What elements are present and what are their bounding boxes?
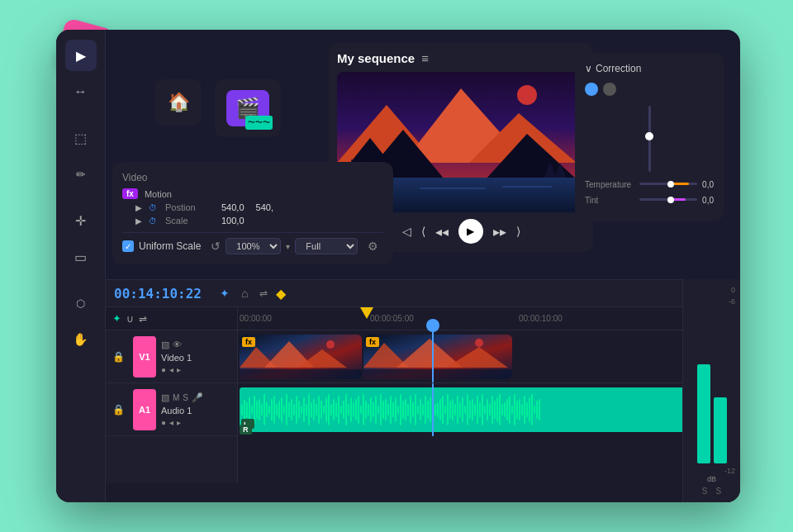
- svg-rect-92: [397, 406, 399, 414]
- vu-s-left: S: [702, 487, 708, 496]
- snap-icon[interactable]: ✦: [112, 312, 121, 325]
- v1-source-icon[interactable]: ▧: [161, 340, 169, 350]
- svg-rect-83: [375, 396, 377, 424]
- svg-rect-72: [348, 404, 349, 416]
- playhead-line-a1: [432, 383, 434, 436]
- sequence-menu-icon[interactable]: ≡: [421, 51, 429, 65]
- hand-tool[interactable]: ✋: [65, 324, 97, 355]
- a1-vol-icon[interactable]: ◂: [169, 418, 173, 427]
- quality-select[interactable]: Full Half Quarter: [295, 238, 358, 254]
- svg-rect-139: [514, 394, 515, 425]
- correction-dot-blue[interactable]: [585, 83, 598, 96]
- timeline-header: 00:14:10:22 ✦ ⌂ ⇌ ◆: [106, 280, 740, 307]
- svg-rect-146: [531, 394, 533, 425]
- a1-mic-icon[interactable]: 🎤: [192, 392, 203, 403]
- step-fwd-btn[interactable]: ▸▸: [493, 224, 506, 240]
- temperature-slider[interactable]: [639, 183, 697, 185]
- audio-clip-1[interactable]: fx fx: [240, 387, 709, 432]
- a1-expand-icon[interactable]: ▸: [177, 418, 181, 427]
- tint-slider[interactable]: [639, 198, 697, 201]
- svg-rect-52: [298, 401, 300, 419]
- clip1-fx-badge: fx: [242, 337, 255, 347]
- svg-rect-46: [283, 406, 285, 414]
- a1-m-icon[interactable]: M: [173, 393, 179, 402]
- razor-tool[interactable]: ↔: [65, 76, 97, 107]
- a1-color-strip: A1: [133, 389, 156, 430]
- correction-dot-gray[interactable]: [603, 83, 616, 96]
- svg-rect-85: [380, 394, 382, 425]
- svg-rect-82: [373, 402, 374, 417]
- timeline-area: 00:14:10:22 ✦ ⌂ ⇌ ◆ ✦ ∪ ⇌ 🔒 V1: [106, 279, 740, 502]
- svg-rect-61: [321, 401, 322, 419]
- svg-rect-55: [306, 404, 307, 416]
- marker-tool[interactable]: ◆: [276, 286, 286, 302]
- rewind-btn[interactable]: ⟨: [421, 225, 425, 238]
- svg-rect-35: [256, 401, 258, 419]
- reset-icon[interactable]: ↺: [211, 240, 221, 253]
- select-tool[interactable]: ▶: [65, 40, 97, 71]
- shape-tool[interactable]: ▭: [65, 241, 97, 273]
- svg-rect-33: [251, 406, 253, 414]
- vu-label-0: 0: [688, 286, 735, 294]
- svg-point-20: [326, 340, 335, 349]
- video-clip-2[interactable]: fx: [363, 335, 512, 379]
- svg-rect-71: [345, 394, 347, 425]
- svg-rect-115: [454, 404, 456, 416]
- svg-rect-29: [241, 404, 243, 416]
- svg-rect-138: [511, 406, 513, 414]
- svg-rect-44: [278, 401, 280, 419]
- video-clip-1[interactable]: fx: [240, 335, 362, 379]
- settings-icon[interactable]: ⚙: [368, 240, 378, 253]
- v1-mute-icon[interactable]: ●: [161, 365, 166, 374]
- v1-lock-icon[interactable]: 🔒: [112, 351, 125, 363]
- svg-rect-105: [430, 397, 431, 422]
- v1-eye-icon[interactable]: 👁: [173, 340, 182, 349]
- prev-frame-btn[interactable]: ◁: [402, 225, 411, 238]
- svg-rect-58: [313, 399, 315, 420]
- svg-rect-65: [330, 404, 332, 416]
- v1-vol-icon[interactable]: ◂: [169, 365, 173, 374]
- step-back-btn[interactable]: ◂◂: [435, 224, 449, 240]
- uniform-scale-row: ✓ Uniform Scale ↺ 100% 50% 75% 150% ▾ Fu…: [122, 232, 383, 254]
- waveform-badge: 〜〜〜: [245, 116, 273, 130]
- svg-rect-60: [318, 396, 320, 424]
- zoom-select[interactable]: 100% 50% 75% 150%: [226, 238, 281, 254]
- a1-mute-icon[interactable]: ●: [161, 418, 166, 427]
- fwd-btn[interactable]: ⟩: [516, 225, 520, 238]
- media-browser-icon[interactable]: 🎬 〜〜〜: [215, 79, 281, 137]
- svg-rect-67: [335, 402, 337, 417]
- svg-rect-95: [405, 399, 406, 420]
- timeline-tools: ✦ ⌂ ⇌ ◆: [216, 285, 286, 302]
- transform-tool[interactable]: ✛: [65, 205, 97, 236]
- svg-rect-45: [281, 397, 283, 422]
- svg-rect-38: [264, 394, 265, 425]
- correction-chevron[interactable]: ∨: [585, 63, 592, 74]
- ruler-mark-0: 00:00:00: [240, 314, 272, 323]
- pen-tool[interactable]: ✏: [65, 159, 97, 190]
- a1-lock-icon[interactable]: 🔒: [112, 404, 125, 416]
- home-button[interactable]: 🏠: [155, 79, 202, 126]
- a1-s-icon[interactable]: S: [183, 393, 188, 402]
- svg-point-1: [517, 85, 537, 105]
- a1-source-icon[interactable]: ▧: [161, 392, 169, 403]
- svg-rect-89: [390, 396, 392, 424]
- ripple-icon[interactable]: ⇌: [139, 313, 147, 325]
- marquee-tool[interactable]: ⬚: [65, 122, 97, 154]
- v1-controls: ▧ 👁 Video 1 ● ◂ ▸: [161, 340, 192, 374]
- link-tool[interactable]: ⌂: [238, 285, 251, 302]
- ripple-tool[interactable]: ⇌: [256, 286, 271, 301]
- zoom-dropdown-icon[interactable]: ▾: [286, 242, 290, 251]
- svg-rect-86: [382, 401, 384, 419]
- temperature-label: Temperature: [585, 180, 634, 189]
- svg-rect-137: [509, 396, 510, 424]
- v1-expand-icon[interactable]: ▸: [177, 365, 181, 374]
- bucket-tool[interactable]: ⬡: [65, 287, 97, 319]
- uniform-scale-checkbox[interactable]: ✓: [122, 240, 134, 252]
- magnet-icon[interactable]: ∪: [126, 313, 134, 325]
- svg-rect-136: [506, 399, 508, 420]
- play-button[interactable]: ▶: [458, 219, 483, 244]
- snap-tool[interactable]: ✦: [216, 285, 233, 302]
- svg-rect-73: [350, 397, 352, 422]
- svg-rect-14: [420, 188, 486, 189]
- svg-rect-149: [539, 399, 540, 420]
